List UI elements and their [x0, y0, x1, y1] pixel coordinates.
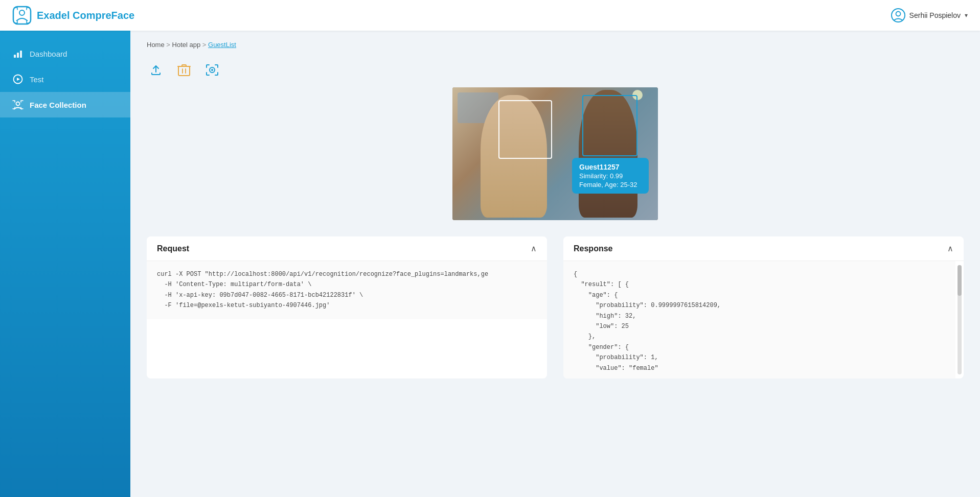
breadcrumb-app[interactable]: Hotel app: [172, 41, 201, 49]
request-section-header: Request ∧: [147, 236, 547, 261]
face-box-left: [498, 100, 552, 159]
play-icon: [12, 74, 24, 85]
app-header: Exadel CompreFace Serhii Pospielov ▾: [0, 0, 980, 31]
face-box-right: [582, 95, 637, 156]
breadcrumb: Home > Hotel app > GuestList: [147, 41, 964, 49]
tooltip-name: Guest11257: [579, 163, 642, 171]
main-layout: Dashboard Test F: [0, 31, 980, 497]
sidebar-label-test: Test: [30, 75, 44, 84]
svg-rect-10: [178, 66, 190, 76]
face-collection-icon: [12, 99, 24, 110]
response-line-9: "probability": 1,: [574, 352, 945, 363]
svg-marker-8: [17, 78, 20, 81]
svg-rect-6: [20, 51, 22, 58]
tooltip-demographics: Female, Age: 25-32: [579, 181, 642, 188]
breadcrumb-sep1: >: [166, 41, 170, 49]
response-line-4: "probability": 0.9999997615814209,: [574, 300, 945, 311]
breadcrumb-home[interactable]: Home: [147, 41, 165, 49]
response-title: Response: [574, 244, 612, 253]
chart-icon: [12, 48, 24, 59]
scan-button[interactable]: [203, 61, 221, 79]
response-line-3: "age": {: [574, 290, 945, 300]
spacer: [147, 220, 964, 236]
request-title: Request: [157, 244, 189, 253]
scrollbar-thumb[interactable]: [958, 265, 962, 296]
user-avatar-icon: [891, 8, 905, 22]
tooltip-similarity: Similarity: 0.99: [579, 172, 642, 180]
sidebar-item-dashboard[interactable]: Dashboard: [0, 41, 130, 66]
request-line-2: -H 'Content-Type: multipart/form-data' \: [157, 279, 537, 290]
response-scrollbar[interactable]: [958, 265, 962, 374]
request-line-4: -F 'file=@pexels-ketut-subiyanto-4907446…: [157, 300, 537, 311]
response-line-7: },: [574, 332, 945, 342]
response-section: Response ∧ { "result": [ { "age": { "pro…: [563, 236, 964, 378]
response-line-1: {: [574, 269, 945, 279]
recognition-image: Guest11257 Similarity: 0.99 Female, Age:…: [452, 87, 658, 220]
user-menu[interactable]: Serhii Pospielov ▾: [891, 8, 968, 22]
svg-point-9: [16, 102, 20, 106]
sidebar: Dashboard Test F: [0, 31, 130, 497]
sidebar-item-test[interactable]: Test: [0, 66, 130, 92]
breadcrumb-sep2: >: [202, 41, 207, 49]
response-line-6: "low": 25: [574, 321, 945, 332]
request-collapse-button[interactable]: ∧: [531, 244, 537, 253]
face-tooltip: Guest11257 Similarity: 0.99 Female, Age:…: [572, 158, 649, 194]
request-code-body: curl -X POST "http://localhost:8000/api/…: [147, 261, 547, 319]
svg-point-1: [19, 10, 25, 15]
request-section: Request ∧ curl -X POST "http://localhost…: [147, 236, 547, 378]
response-section-header: Response ∧: [563, 236, 964, 261]
app-logo-icon: [12, 6, 32, 25]
response-line-8: "gender": {: [574, 342, 945, 352]
breadcrumb-current[interactable]: GuestList: [208, 41, 236, 49]
image-area: Guest11257 Similarity: 0.99 Female, Age:…: [147, 87, 964, 220]
svg-rect-4: [14, 55, 16, 58]
response-line-10: "value": "female": [574, 363, 945, 373]
response-line-2: "result": [ {: [574, 279, 945, 290]
user-dropdown-chevron: ▾: [965, 12, 968, 19]
sidebar-item-face-collection[interactable]: Face Collection: [0, 92, 130, 117]
sidebar-label-dashboard: Dashboard: [30, 50, 67, 58]
content-area: Home > Hotel app > GuestList: [130, 31, 980, 497]
logo-area: Exadel CompreFace: [12, 6, 134, 25]
svg-point-12: [211, 69, 213, 71]
app-title: Exadel CompreFace: [37, 10, 134, 21]
response-line-5: "high": 32,: [574, 311, 945, 321]
request-line-3: -H 'x-api-key: 09b7d047-0082-4665-8171-b…: [157, 290, 537, 300]
response-collapse-button[interactable]: ∧: [947, 244, 953, 253]
request-line-1: curl -X POST "http://localhost:8000/api/…: [157, 269, 537, 279]
svg-point-3: [896, 12, 900, 16]
sidebar-label-face-collection: Face Collection: [30, 101, 86, 109]
svg-rect-5: [17, 53, 19, 58]
code-sections: Request ∧ curl -X POST "http://localhost…: [147, 236, 964, 378]
user-name: Serhii Pospielov: [909, 11, 961, 19]
delete-button[interactable]: [175, 61, 193, 79]
response-body-container: { "result": [ { "age": { "probability": …: [563, 261, 964, 378]
toolbar: [147, 61, 964, 79]
upload-button[interactable]: [147, 61, 165, 79]
response-code-body: { "result": [ { "age": { "probability": …: [563, 261, 955, 378]
